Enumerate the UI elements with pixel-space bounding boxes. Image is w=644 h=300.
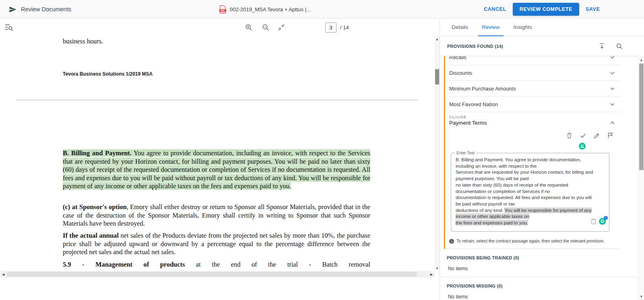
provisions-found-list: Recalls Discounts Minimum Purchase Amoun…: [444, 56, 620, 249]
provision-label: Recalls: [449, 56, 466, 60]
scroll-up-arrow[interactable]: ▲: [435, 36, 440, 42]
approve-provision-button[interactable]: [578, 132, 588, 140]
find-in-document-button[interactable]: [3, 23, 15, 33]
clause-title: Payment Terms: [449, 120, 487, 126]
app-brand: Review Documents: [9, 0, 71, 18]
search-icon: [616, 43, 623, 49]
page-title: Review Documents: [21, 6, 71, 12]
top-bar: Review Documents PDF 002-2019_MSA Tevora…: [0, 0, 644, 18]
import-button[interactable]: [597, 41, 607, 51]
document-pane: / 14 business hours. Tevora Business Sol…: [0, 18, 440, 300]
page-total-label: / 14: [340, 25, 349, 31]
clause-title-row[interactable]: Payment Terms: [449, 120, 615, 126]
zoom-page-controls: / 14: [244, 18, 349, 36]
flag-provision-button[interactable]: [606, 131, 615, 140]
document-name: 002-2019_MSA Tevora + Apttus (...: [230, 6, 311, 12]
clause-text-field[interactable]: Enter Text B. Billing and Payment. You a…: [451, 153, 609, 232]
highlighted-provision-text[interactable]: B. Billing and Payment. You agree to pro…: [63, 149, 370, 190]
provisions-found-title: PROVISIONS FOUND (14): [447, 44, 597, 49]
provision-row-discounts[interactable]: Discounts: [445, 65, 620, 81]
cancel-button[interactable]: CANCEL: [480, 3, 510, 15]
document-title-group: PDF 002-2019_MSA Tevora + Apttus (...: [219, 0, 311, 18]
field-label: Enter Text: [455, 151, 476, 155]
panel-body: PROVISIONS FOUND (14): [440, 36, 638, 300]
tab-insights[interactable]: Insights: [507, 18, 539, 36]
svg-text:PDF: PDF: [221, 9, 225, 12]
provision-row-recalls[interactable]: Recalls: [445, 56, 620, 65]
zoom-in-button[interactable]: [244, 22, 254, 33]
clause-text[interactable]: B. Billing and Payment. You agree to pro…: [456, 157, 605, 226]
horizontal-scroll-thumb[interactable]: [6, 272, 417, 277]
doc-line: business hours.: [63, 37, 370, 46]
zoom-out-icon: [262, 24, 269, 31]
grammarly-assistant-row: G: [449, 143, 615, 150]
clause-action-buttons: [449, 131, 615, 140]
billing-payment-paragraph[interactable]: B. Billing and Payment. You agree to pro…: [63, 149, 370, 191]
pencil-icon: [594, 133, 600, 139]
missing-empty-state: No items: [440, 292, 638, 300]
document-vertical-scrollbar[interactable]: ▲ ▼: [435, 36, 440, 271]
provision-label: Minimum Purchase Amounts: [449, 86, 516, 92]
chevron-down-icon[interactable]: [610, 103, 615, 106]
provisions-header-actions: [597, 41, 624, 51]
retrain-info-note: i To retrain, select the contract passag…: [445, 235, 620, 249]
pdf-file-icon: PDF: [219, 5, 226, 14]
page-break-divider: [16, 100, 418, 100]
review-complete-button[interactable]: REVIEW COMPLETE: [513, 3, 579, 16]
find-icon: [5, 24, 13, 31]
document-horizontal-scrollbar[interactable]: ◀ ▶: [0, 271, 435, 277]
scroll-left-arrow[interactable]: ◀: [0, 271, 6, 277]
field-corner-icons: G 1: [591, 218, 606, 225]
provision-row-minimum-purchase[interactable]: Minimum Purchase Amounts: [445, 81, 620, 97]
tab-review[interactable]: Review: [475, 18, 506, 36]
chevron-down-icon[interactable]: [610, 72, 615, 74]
import-icon: [599, 43, 605, 49]
panel-scroll-thumb[interactable]: [639, 64, 644, 170]
zoom-in-icon: [245, 24, 252, 31]
search-provisions-button[interactable]: [615, 41, 624, 51]
sponsor-option-paragraph: (c) at Sponsor's option, Emory shall eit…: [63, 203, 370, 228]
document-toolbar: / 14: [0, 18, 435, 36]
fit-to-page-button[interactable]: [276, 22, 287, 33]
chevron-down-icon[interactable]: [610, 56, 615, 59]
grammarly-icon[interactable]: G: [579, 143, 586, 150]
net-sales-paragraph: If the actual annual net sales of the Pr…: [63, 232, 370, 257]
page-number-input[interactable]: [325, 23, 336, 33]
review-side-panel: Details Review Insights PROVISIONS FOUND…: [440, 18, 644, 300]
grammarly-suggestions-icon[interactable]: G 1: [599, 218, 606, 225]
section-59-heading: 5.9 - Management of products at the end …: [63, 261, 370, 269]
chevron-up-icon[interactable]: [610, 121, 615, 124]
chevron-down-icon[interactable]: [610, 87, 615, 90]
tab-details[interactable]: Details: [445, 18, 475, 36]
being-trained-empty-state: No items: [440, 263, 638, 277]
trash-icon: [566, 132, 572, 139]
flag-icon: [607, 132, 613, 139]
panel-scroll-down-arrow[interactable]: ▼: [638, 294, 644, 299]
save-button[interactable]: SAVE: [582, 3, 604, 15]
app-logo-icon: [9, 6, 17, 13]
payment-terms-clause-section: CLAUSE Payment Terms: [445, 112, 620, 249]
provisions-being-trained-header: PROVISIONS BEING TRAINED (0): [440, 249, 638, 263]
document-viewport: business hours. Tevora Business Solution…: [0, 36, 435, 271]
panel-scroll-up-arrow[interactable]: ▲: [638, 57, 644, 63]
clipboard-icon[interactable]: [591, 218, 596, 224]
retrain-note-text: To retrain, select the contract passage …: [456, 238, 605, 243]
vertical-scroll-thumb[interactable]: [435, 69, 439, 84]
panel-vertical-scrollbar[interactable]: ▲ ▼: [638, 56, 644, 300]
delete-provision-button[interactable]: [565, 131, 574, 140]
scroll-right-arrow[interactable]: ▶: [428, 271, 435, 277]
edit-provision-button[interactable]: [592, 131, 601, 140]
panel-tabs: Details Review Insights: [440, 18, 644, 36]
compress-icon: [278, 24, 285, 31]
check-icon: [580, 133, 586, 138]
clause-kicker: CLAUSE: [449, 115, 615, 119]
provisions-missing-header: PROVISIONS MISSING (0): [440, 277, 638, 292]
scroll-down-arrow[interactable]: ▼: [435, 265, 440, 271]
provision-row-most-favored-nation[interactable]: Most Favored Nation: [445, 97, 620, 112]
page-footer-text: Tevora Business Solutions 1/2019 MSA: [63, 70, 370, 78]
provision-label: Discounts: [449, 70, 472, 76]
grammarly-count-badge: 1: [604, 216, 608, 220]
info-icon: i: [449, 239, 454, 244]
zoom-out-button[interactable]: [260, 22, 271, 33]
review-documents-app: Review Documents PDF 002-2019_MSA Tevora…: [0, 0, 644, 300]
